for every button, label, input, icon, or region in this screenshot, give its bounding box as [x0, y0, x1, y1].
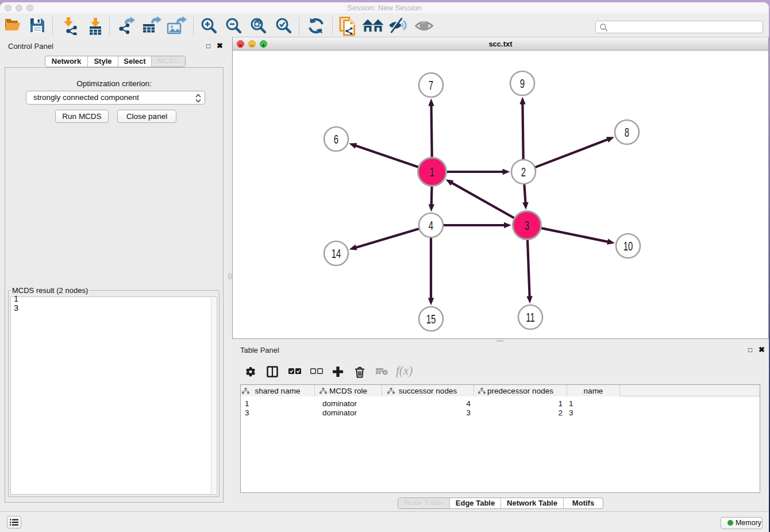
svg-text:2: 2 [521, 165, 526, 179]
svg-text:8: 8 [625, 125, 629, 140]
svg-text:3: 3 [525, 218, 529, 233]
svg-text:11: 11 [526, 310, 535, 325]
svg-text:7: 7 [429, 78, 433, 92]
svg-text:9: 9 [520, 76, 525, 91]
svg-text:10: 10 [623, 239, 633, 253]
svg-text:1: 1 [430, 165, 434, 179]
svg-text:4: 4 [429, 218, 433, 233]
svg-text:6: 6 [334, 132, 338, 147]
svg-text:14: 14 [332, 246, 341, 261]
svg-text:15: 15 [426, 312, 436, 326]
